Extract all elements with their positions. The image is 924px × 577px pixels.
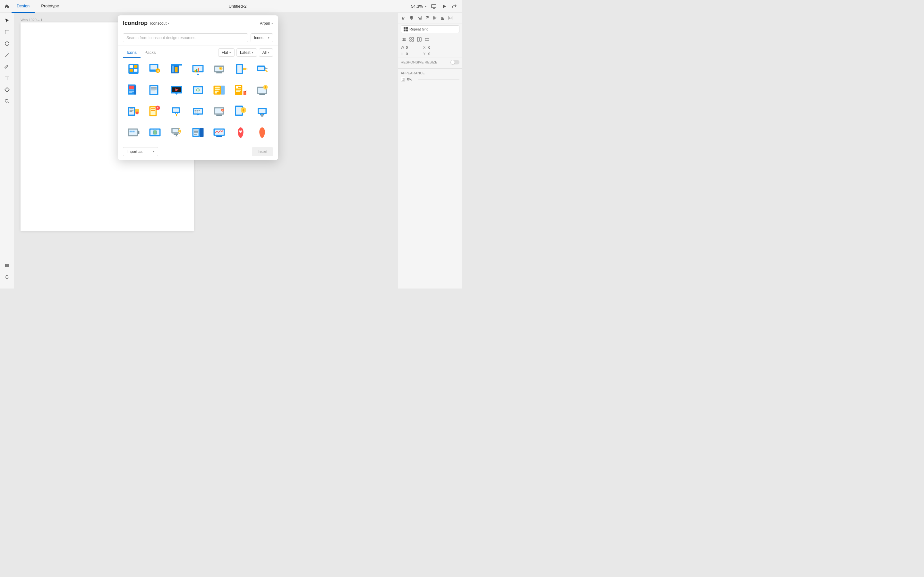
list-item[interactable]: [208, 58, 230, 79]
text-tool[interactable]: [2, 73, 12, 83]
distribute-copy1-btn[interactable]: [401, 36, 407, 43]
align-right-btn[interactable]: [416, 15, 423, 21]
list-item[interactable]: ★: [144, 58, 166, 79]
tab-design[interactable]: Design: [11, 0, 35, 13]
share-icon[interactable]: [451, 3, 458, 10]
list-item[interactable]: [166, 122, 187, 143]
wh-row: W 0 X 0: [398, 44, 462, 51]
ellipse-tool[interactable]: [2, 39, 12, 49]
svg-rect-149: [261, 114, 263, 117]
align-center-h-btn[interactable]: [409, 15, 415, 21]
list-item[interactable]: [187, 122, 208, 143]
opacity-slider[interactable]: [418, 79, 459, 79]
select-tool[interactable]: [2, 15, 12, 26]
sidebar-bottom: [2, 260, 12, 282]
play-icon[interactable]: [440, 3, 448, 10]
svg-rect-141: [216, 115, 222, 116]
opacity-value[interactable]: 0%: [407, 77, 416, 81]
home-button[interactable]: [3, 1, 10, 11]
align-center-v-btn[interactable]: [431, 15, 438, 21]
align-left-btn[interactable]: [401, 15, 407, 21]
list-item[interactable]: [208, 79, 230, 101]
rectangle-tool[interactable]: [2, 27, 12, 37]
list-item[interactable]: [123, 58, 144, 79]
align-bottom-btn[interactable]: [439, 15, 446, 21]
list-item[interactable]: [230, 58, 251, 79]
list-item[interactable]: [252, 122, 273, 143]
zoom-control[interactable]: 54.3%: [411, 4, 427, 9]
list-item[interactable]: [123, 79, 144, 101]
list-item[interactable]: ?: [144, 101, 166, 122]
tab-icons[interactable]: Icons: [123, 49, 141, 58]
search-tool[interactable]: [2, 96, 12, 106]
list-item[interactable]: [166, 79, 187, 101]
user-menu[interactable]: Arpan ▾: [260, 21, 273, 26]
list-item[interactable]: [166, 101, 187, 122]
list-item[interactable]: [230, 122, 251, 143]
distribute-copy4-btn[interactable]: [424, 36, 430, 43]
component-tool[interactable]: [2, 85, 12, 95]
list-item[interactable]: [123, 101, 144, 122]
search-input[interactable]: [123, 33, 248, 42]
y-value[interactable]: 0: [428, 52, 444, 56]
responsive-toggle[interactable]: [451, 60, 459, 64]
distribute-copy3-btn[interactable]: [416, 36, 423, 43]
tab-packs[interactable]: Packs: [141, 49, 160, 58]
svg-rect-152: [138, 131, 139, 134]
list-item[interactable]: [166, 58, 187, 79]
opacity-row: ⬚ 0%: [401, 77, 459, 81]
svg-rect-146: [259, 109, 266, 113]
h-value[interactable]: 0: [406, 52, 422, 56]
list-item[interactable]: [252, 101, 273, 122]
list-item[interactable]: [123, 122, 144, 143]
tab-prototype[interactable]: Prototype: [36, 0, 64, 13]
list-item[interactable]: [144, 122, 166, 143]
list-item[interactable]: [230, 79, 251, 101]
list-item[interactable]: [252, 58, 273, 79]
category-filter[interactable]: All ▾: [259, 48, 273, 57]
x-label: X: [423, 45, 427, 49]
import-as-dropdown[interactable]: Import as ▾: [123, 147, 158, 156]
list-item[interactable]: [144, 79, 166, 101]
search-type-dropdown[interactable]: Icons ▾: [250, 33, 273, 42]
list-item[interactable]: [187, 101, 208, 122]
insert-button[interactable]: Insert: [252, 147, 273, 156]
h-label: H: [401, 52, 405, 56]
svg-rect-60: [194, 70, 196, 73]
list-item[interactable]: [187, 58, 208, 79]
provider-selector[interactable]: Iconscout ▾: [150, 21, 170, 26]
desktop-preview-icon[interactable]: [430, 3, 438, 10]
pen-tool[interactable]: [2, 61, 12, 72]
svg-rect-21: [418, 17, 421, 18]
distribute-h-btn[interactable]: [447, 15, 453, 21]
list-item[interactable]: [208, 122, 230, 143]
svg-rect-162: [174, 134, 178, 135]
assets-icon[interactable]: [2, 272, 12, 282]
distribute-row: [398, 35, 462, 44]
modal-footer: Import as ▾ Insert: [118, 143, 278, 160]
svg-rect-102: [236, 86, 238, 88]
list-item[interactable]: [208, 101, 230, 122]
svg-rect-15: [402, 17, 405, 18]
w-value[interactable]: 0: [406, 45, 422, 49]
line-tool[interactable]: [2, 50, 12, 60]
sort-chevron: ▾: [252, 51, 254, 54]
svg-rect-105: [236, 90, 241, 91]
sort-filter[interactable]: Latest ▾: [236, 48, 257, 57]
search-type-label: Icons: [254, 35, 263, 40]
x-value[interactable]: 0: [428, 45, 444, 49]
distribute-copy2-btn[interactable]: [409, 36, 415, 43]
repeat-grid-button[interactable]: Repeat Grid: [401, 25, 459, 33]
svg-rect-38: [410, 40, 411, 41]
align-top-btn[interactable]: [424, 15, 430, 21]
svg-text:?: ?: [157, 107, 158, 110]
import-as-label: Import as: [126, 149, 142, 154]
style-filter[interactable]: Flat ▾: [218, 48, 234, 57]
layers-icon[interactable]: [2, 260, 12, 271]
list-item[interactable]: [187, 79, 208, 101]
list-item[interactable]: [252, 79, 273, 101]
document-title: Untitled-2: [64, 4, 411, 9]
category-chevron: ▾: [268, 51, 270, 54]
svg-rect-30: [441, 17, 443, 19]
list-item[interactable]: [230, 101, 251, 122]
